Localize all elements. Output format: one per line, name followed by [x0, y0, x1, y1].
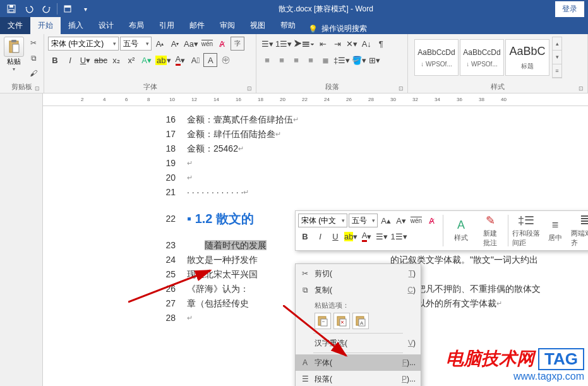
launcher-icon[interactable]: ⊡ — [247, 85, 252, 92]
selected-text[interactable]: 随着时代的发展 — [205, 240, 267, 250]
circle-char-icon[interactable]: ㊥ — [219, 53, 232, 67]
tab-design[interactable]: 设计 — [91, 17, 121, 34]
styles-label: 样式⊡ — [412, 81, 584, 92]
font-color-icon[interactable]: A▾ — [173, 53, 187, 67]
mt-justify-button[interactable]: ≣两端对齐 — [571, 214, 588, 248]
underline-button[interactable]: U▾ — [78, 53, 92, 67]
paste-keep-source-icon[interactable] — [315, 313, 331, 329]
mt-comment-button[interactable]: ✎新建 批注 — [477, 214, 503, 248]
bullets-icon[interactable]: ☰▾ — [260, 37, 274, 51]
mt-spacing-button[interactable]: ‡☰行和段落 间距 — [513, 214, 539, 248]
align-right-icon[interactable]: ≡ — [289, 53, 303, 67]
borders-icon[interactable]: ⊞▾ — [368, 53, 381, 67]
tab-insert[interactable]: 插入 — [61, 17, 91, 34]
copy-icon[interactable]: ⧉ — [27, 52, 40, 64]
indent-inc-icon[interactable]: ⇥ — [330, 37, 344, 51]
grow-font-icon[interactable]: A▴ — [153, 37, 167, 51]
navigation-gutter — [0, 93, 43, 386]
mt-center-button[interactable]: ≡居中 — [542, 214, 568, 248]
italic-button[interactable]: I — [313, 229, 327, 243]
shrink-font-icon[interactable]: A▾ — [168, 37, 182, 51]
font-color-icon[interactable]: A▾ — [359, 229, 373, 243]
paste-text-icon[interactable]: A — [352, 313, 369, 329]
phonetic-guide-icon[interactable]: wén — [409, 214, 423, 227]
launcher-icon[interactable]: ⊡ — [579, 85, 584, 92]
justify-icon[interactable]: ≡ — [304, 53, 318, 67]
underline-button[interactable]: U — [328, 229, 342, 243]
tab-help[interactable]: 帮助 — [273, 17, 303, 34]
font-size-combo[interactable]: 五号 — [120, 37, 152, 51]
cut-icon[interactable]: ✂ — [27, 37, 40, 49]
text-effects-icon[interactable]: A▾ — [140, 53, 153, 67]
bullets-icon[interactable]: ☰▾ — [375, 229, 388, 243]
menu-font[interactable]: A字体(F)... — [296, 354, 421, 371]
line-spacing-icon[interactable]: ‡☰▾ — [333, 53, 351, 67]
login-button[interactable]: 登录 — [555, 1, 584, 17]
qat-button[interactable] — [59, 0, 76, 18]
clipboard-label: 剪贴板⊡ — [4, 81, 40, 92]
menu-cut[interactable]: ✂剪切(T) — [296, 265, 421, 282]
mt-size-combo[interactable]: 五号 — [349, 214, 378, 227]
font-name-combo[interactable]: 宋体 (中文正文) — [48, 37, 119, 51]
menu-copy[interactable]: ⧉复制(C) — [296, 282, 421, 298]
horizontal-ruler[interactable]: 246810121416182022242628303234363840 — [43, 93, 588, 106]
paste-options-label: 粘贴选项： — [296, 298, 421, 311]
numbering-icon[interactable]: 1☰▾ — [390, 229, 407, 243]
highlight-icon[interactable]: ab▾ — [344, 229, 358, 243]
mt-font-combo[interactable]: 宋体 (中文 — [298, 214, 347, 227]
paste-button[interactable]: 粘贴 ▾ — [4, 37, 24, 80]
shrink-font-icon[interactable]: A▾ — [394, 214, 408, 227]
phonetic-guide-icon[interactable]: wén — [200, 37, 214, 51]
redo-icon[interactable] — [38, 0, 56, 18]
doc-line: 17金额：肆仟伍佰陆拾叁↵ — [157, 127, 563, 141]
enclose-char-icon[interactable]: 字 — [231, 37, 244, 51]
undo-icon[interactable] — [20, 0, 38, 18]
tab-view[interactable]: 视图 — [243, 17, 273, 34]
multilevel-icon[interactable]: ⮞☰▾ — [293, 37, 315, 51]
style-gallery-nav[interactable]: ▴▾≡ — [552, 37, 562, 78]
tab-references[interactable]: 引用 — [152, 17, 182, 34]
document-area: 246810121416182022242628303234363840 16金… — [0, 93, 588, 386]
tell-me[interactable]: 💡 操作说明搜索 — [303, 23, 372, 34]
paste-merge-icon[interactable] — [333, 313, 350, 329]
tab-layout[interactable]: 布局 — [121, 17, 152, 34]
indent-dec-icon[interactable]: ⇤ — [316, 37, 330, 51]
change-case-icon[interactable]: Aa▾ — [183, 37, 199, 51]
italic-button[interactable]: I — [63, 53, 77, 67]
style-item[interactable]: AaBbCcDd↓ WPSOf... — [460, 39, 504, 76]
subscript-button[interactable]: x₂ — [109, 53, 123, 67]
distribute-icon[interactable]: ≣ — [318, 53, 332, 67]
format-painter-icon[interactable]: 🖌 — [27, 67, 40, 80]
tab-mailings[interactable]: 邮件 — [182, 17, 212, 34]
superscript-button[interactable]: x² — [124, 53, 138, 67]
menu-paragraph[interactable]: ☰段落(P)... — [296, 371, 421, 386]
highlight-icon[interactable]: ab▾ — [155, 53, 172, 67]
launcher-icon[interactable]: ⊡ — [399, 85, 404, 92]
menu-hanzi[interactable]: 汉字重选(V) — [296, 335, 421, 351]
qat-customize-icon[interactable]: ▾ — [76, 0, 94, 18]
show-marks-icon[interactable]: ¶ — [374, 37, 388, 51]
clear-format-icon[interactable]: A̷ — [215, 37, 229, 51]
save-icon[interactable] — [3, 0, 20, 18]
grow-font-icon[interactable]: A▴ — [379, 214, 393, 227]
launcher-icon[interactable]: ⊡ — [35, 85, 40, 92]
asian-layout-icon[interactable]: ✕▾ — [345, 37, 359, 51]
align-center-icon[interactable]: ≡ — [275, 53, 289, 67]
clear-format-icon[interactable]: A̷ — [424, 214, 438, 227]
numbering-icon[interactable]: 1☰▾ — [275, 37, 292, 51]
watermark: 电脑技术网TAG www.tagxp.com — [446, 347, 584, 382]
tab-home[interactable]: 开始 — [30, 17, 61, 34]
tab-file[interactable]: 文件 — [0, 17, 30, 34]
char-border-icon[interactable]: A — [203, 53, 217, 67]
bold-button[interactable]: B — [48, 53, 62, 67]
mt-styles-button[interactable]: A样式 — [448, 214, 474, 248]
char-shading-icon[interactable]: A⃞ — [188, 53, 202, 67]
style-item[interactable]: AaBbCcDd↓ WPSOf... — [414, 39, 459, 76]
sort-icon[interactable]: A↓ — [359, 37, 373, 51]
strike-button[interactable]: abc — [93, 53, 108, 67]
align-left-icon[interactable]: ≡ — [260, 53, 274, 67]
shading-icon[interactable]: 🪣▾ — [351, 53, 367, 67]
tab-review[interactable]: 审阅 — [212, 17, 243, 34]
bold-button[interactable]: B — [298, 229, 312, 243]
style-item[interactable]: AaBbC标题 — [505, 39, 549, 76]
